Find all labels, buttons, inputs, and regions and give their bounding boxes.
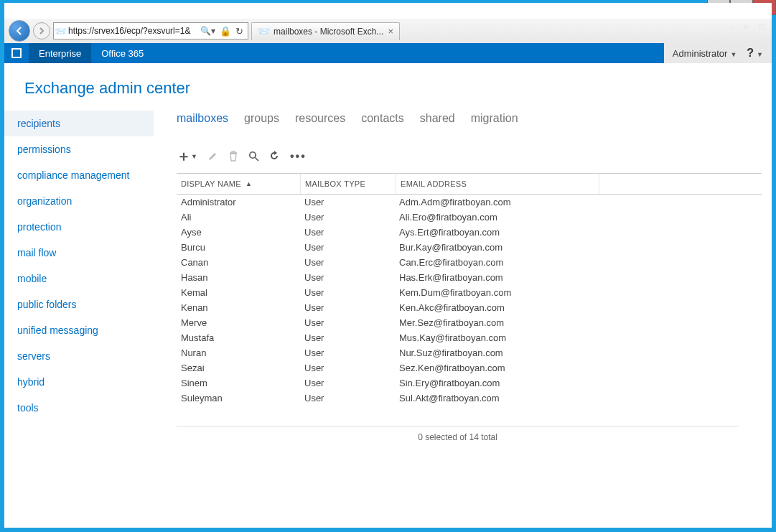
cell-email: Ken.Akc@firatboyan.com	[395, 300, 597, 315]
favorites-icon[interactable]: ★	[742, 22, 750, 32]
mailboxes-grid: DISPLAY NAME ▲ MAILBOX TYPE EMAIL ADDRES…	[177, 173, 762, 406]
cell-display-name: Sinem	[177, 375, 300, 391]
arrow-right-icon	[38, 27, 45, 34]
cell-mailbox-type: User	[300, 375, 395, 391]
browser-back-button[interactable]	[9, 20, 30, 42]
left-sidebar: recipientspermissionscompliance manageme…	[4, 108, 154, 525]
browser-right-icons: ⌂ ★ ⚙	[729, 22, 766, 32]
tab-contacts[interactable]: contacts	[361, 112, 404, 125]
cell-mailbox-type: User	[300, 225, 395, 240]
sidebar-item-servers[interactable]: servers	[4, 343, 154, 369]
cell-mailbox-type: User	[300, 360, 395, 375]
cell-email: Has.Erk@firatboyan.com	[395, 270, 597, 285]
toolbar-refresh-button[interactable]	[269, 151, 280, 162]
address-url: https://srvex16/ecp/?exsvurl=1&	[67, 26, 196, 36]
mailbox-row[interactable]: KenanUserKen.Akc@firatboyan.com	[177, 300, 762, 315]
tab-migration[interactable]: migration	[471, 112, 518, 125]
cell-mailbox-type: User	[300, 210, 395, 225]
cell-mailbox-type: User	[300, 240, 395, 255]
col-email-address[interactable]: EMAIL ADDRESS	[396, 174, 599, 194]
cell-mailbox-type: User	[300, 391, 395, 406]
mailbox-row[interactable]: HasanUserHas.Erk@firatboyan.com	[177, 270, 762, 285]
sidebar-item-compliance-management[interactable]: compliance management	[4, 162, 154, 188]
sidebar-item-hybrid[interactable]: hybrid	[4, 369, 154, 395]
sidebar-item-mobile[interactable]: mobile	[4, 266, 154, 291]
cell-email: Adm.Adm@firatboyan.com	[395, 195, 597, 210]
sidebar-item-protection[interactable]: protection	[4, 214, 154, 240]
col-display-name[interactable]: DISPLAY NAME ▲	[177, 174, 301, 194]
mailbox-row[interactable]: SezaiUserSez.Ken@firatboyan.com	[177, 360, 762, 375]
cell-email: Mus.Kay@firatboyan.com	[395, 330, 597, 345]
tab-resources[interactable]: resources	[295, 112, 345, 125]
ssl-lock-icon[interactable]: 🔒	[220, 26, 231, 37]
sidebar-item-recipients[interactable]: recipients	[4, 111, 154, 136]
mailbox-row[interactable]: SinemUserSin.Ery@firatboyan.com	[177, 375, 762, 391]
ribbon-enterprise[interactable]: Enterprise	[29, 43, 91, 63]
ribbon-help-menu[interactable]: ?▼	[747, 47, 763, 60]
tab-groups[interactable]: groups	[244, 112, 279, 125]
home-icon[interactable]: ⌂	[729, 22, 734, 32]
svg-line-3	[255, 158, 258, 162]
toolbar-edit-button[interactable]	[207, 151, 218, 162]
cell-display-name: Nuran	[177, 345, 300, 360]
toolbar-new-button[interactable]: ＋▼	[177, 146, 197, 166]
cell-email: Mer.Sez@firatboyan.com	[395, 315, 597, 330]
cell-display-name: Kenan	[177, 300, 300, 315]
tab-favicon: 📨	[258, 26, 269, 37]
sidebar-item-tools[interactable]: tools	[4, 395, 154, 421]
mailbox-row[interactable]: BurcuUserBur.Kay@firatboyan.com	[177, 240, 762, 255]
mailbox-row[interactable]: KemalUserKem.Dum@firatboyan.com	[177, 285, 762, 300]
refresh-icon	[269, 151, 280, 162]
site-icon: 📨	[54, 26, 67, 37]
cell-display-name: Ali	[177, 210, 300, 225]
sidebar-item-organization[interactable]: organization	[4, 188, 154, 214]
ribbon-admin-menu[interactable]: Administrator▼	[673, 48, 737, 59]
search-dropdown-icon[interactable]: 🔍▾	[200, 26, 215, 36]
sidebar-item-unified-messaging[interactable]: unified messaging	[4, 317, 154, 343]
mailbox-row[interactable]: MerveUserMer.Sez@firatboyan.com	[177, 315, 762, 330]
cell-display-name: Kemal	[177, 285, 300, 300]
col-mailbox-type[interactable]: MAILBOX TYPE	[301, 174, 396, 194]
address-bar[interactable]: 📨 https://srvex16/ecp/?exsvurl=1& 🔍▾ 🔒 ↻	[53, 22, 248, 39]
tab-close-button[interactable]: ×	[388, 26, 393, 37]
caret-down-icon: ▼	[730, 51, 737, 58]
browser-tab[interactable]: 📨 mailboxes - Microsoft Exch... ×	[251, 22, 400, 40]
ribbon-office365[interactable]: Office 365	[91, 43, 154, 63]
mailbox-row[interactable]: SuleymanUserSul.Akt@firatboyan.com	[177, 391, 762, 406]
cell-display-name: Canan	[177, 255, 300, 270]
mailbox-row[interactable]: CananUserCan.Erc@firatboyan.com	[177, 255, 762, 270]
mailbox-row[interactable]: AliUserAli.Ero@firatboyan.com	[177, 210, 762, 225]
cell-mailbox-type: User	[300, 285, 395, 300]
tab-shared[interactable]: shared	[420, 112, 455, 125]
cell-email: Sez.Ken@firatboyan.com	[395, 360, 597, 375]
toolbar-delete-button[interactable]	[228, 151, 238, 162]
mailbox-row[interactable]: NuranUserNur.Suz@firatboyan.com	[177, 345, 762, 360]
browser-forward-button[interactable]	[33, 22, 50, 39]
tools-gear-icon[interactable]: ⚙	[757, 22, 766, 32]
mailbox-row[interactable]: MustafaUserMus.Kay@firatboyan.com	[177, 330, 762, 345]
mailbox-row[interactable]: AyseUserAys.Ert@firatboyan.com	[177, 225, 762, 240]
toolbar-more-button[interactable]: •••	[290, 150, 307, 163]
cell-mailbox-type: User	[300, 300, 395, 315]
cell-email: Can.Erc@firatboyan.com	[395, 255, 597, 270]
cell-display-name: Ayse	[177, 225, 300, 240]
tab-mailboxes[interactable]: mailboxes	[177, 112, 228, 125]
browser-refresh-button[interactable]: ↻	[235, 26, 243, 37]
list-toolbar: ＋▼ •••	[154, 135, 762, 173]
cell-email: Nur.Suz@firatboyan.com	[395, 345, 597, 360]
cell-display-name: Burcu	[177, 240, 300, 255]
cell-email: Kem.Dum@firatboyan.com	[395, 285, 597, 300]
cell-email: Ali.Ero@firatboyan.com	[395, 210, 597, 225]
pencil-icon	[207, 151, 218, 162]
sidebar-item-permissions[interactable]: permissions	[4, 136, 154, 162]
cell-mailbox-type: User	[300, 315, 395, 330]
cell-display-name: Mustafa	[177, 330, 300, 345]
office-logo-icon[interactable]	[4, 47, 29, 59]
mailbox-row[interactable]: AdministratorUserAdm.Adm@firatboyan.com	[177, 195, 762, 210]
toolbar-search-button[interactable]	[248, 151, 259, 162]
sidebar-item-mail-flow[interactable]: mail flow	[4, 240, 154, 266]
sidebar-item-public-folders[interactable]: public folders	[4, 291, 154, 317]
cell-display-name: Hasan	[177, 270, 300, 285]
page-title: Exchange admin center	[4, 63, 772, 108]
cell-mailbox-type: User	[300, 345, 395, 360]
